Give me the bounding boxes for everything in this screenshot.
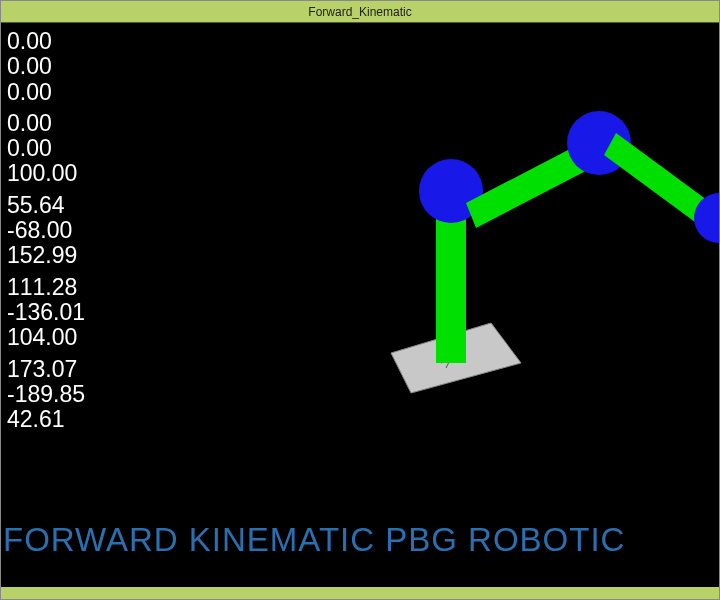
joint-4-y: -189.85 <box>7 382 85 407</box>
joint-3-y: -136.01 <box>7 300 85 325</box>
joint-3-z: 104.00 <box>7 325 85 350</box>
bottom-bar <box>1 587 719 599</box>
joint-1-x: 0.00 <box>7 111 85 136</box>
joint-1-y: 0.00 <box>7 136 85 161</box>
joint-3-x: 111.28 <box>7 275 85 300</box>
joint-2-y: -68.00 <box>7 218 85 243</box>
joint-coord-readout: 0.00 0.00 0.00 0.00 0.00 100.00 55.64 -6… <box>7 29 85 438</box>
joint-1-z: 100.00 <box>7 161 85 186</box>
joint-3-coords: 111.28 -136.01 104.00 <box>7 275 85 351</box>
window-title: Forward_Kinematic <box>308 5 411 19</box>
joint-1-coords: 0.00 0.00 100.00 <box>7 111 85 187</box>
app-window: Forward_Kinematic 0.00 0.00 0.00 0.00 0.… <box>0 0 720 600</box>
robot-arm-icon <box>341 63 719 443</box>
joint-2-coords: 55.64 -68.00 152.99 <box>7 193 85 269</box>
joint-0-coords: 0.00 0.00 0.00 <box>7 29 85 105</box>
joint-2-z: 152.99 <box>7 243 85 268</box>
joint-4-z: 42.61 <box>7 407 85 432</box>
joint-2-x: 55.64 <box>7 193 85 218</box>
joint-0-z: 0.00 <box>7 80 85 105</box>
app-title-banner: FORWARD KINEMATIC PBG ROBOTIC <box>3 521 625 559</box>
joint-4-coords: 173.07 -189.85 42.61 <box>7 357 85 433</box>
joint-0-x: 0.00 <box>7 29 85 54</box>
joint-0-y: 0.00 <box>7 54 85 79</box>
viewport-3d[interactable]: 0.00 0.00 0.00 0.00 0.00 100.00 55.64 -6… <box>1 23 719 599</box>
titlebar[interactable]: Forward_Kinematic <box>1 1 719 23</box>
joint-4-x: 173.07 <box>7 357 85 382</box>
